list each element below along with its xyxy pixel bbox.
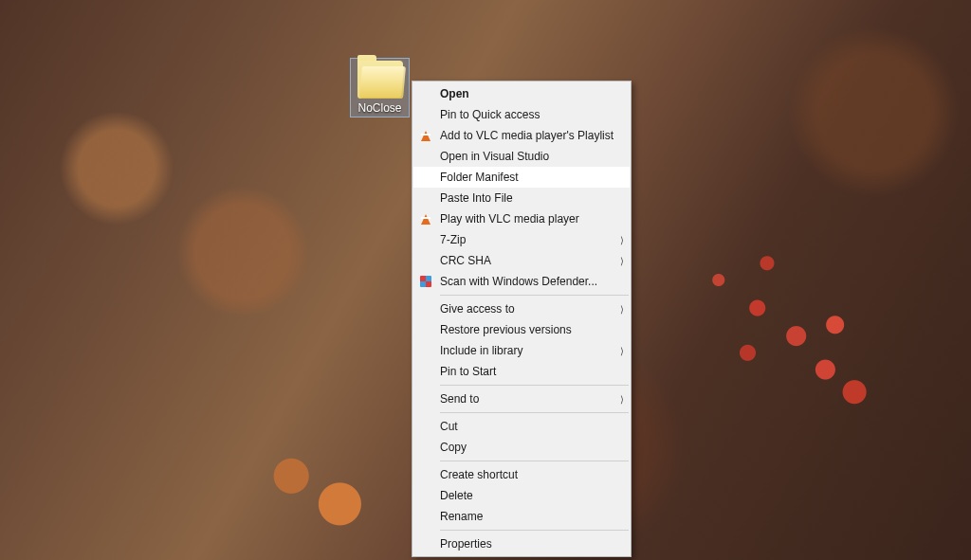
menu-item-scan-with-windows-defender[interactable]: Scan with Windows Defender... <box>413 271 630 292</box>
menu-item-7-zip[interactable]: 7-Zip⟩ <box>413 229 630 250</box>
menu-item-copy[interactable]: Copy <box>413 437 630 458</box>
menu-item-include-in-library[interactable]: Include in library⟩ <box>413 340 630 361</box>
folder-icon <box>357 61 403 99</box>
menu-item-label: Create shortcut <box>440 468 518 481</box>
menu-separator <box>440 295 629 296</box>
chevron-right-icon: ⟩ <box>620 256 624 266</box>
menu-item-open-in-visual-studio[interactable]: Open in Visual Studio <box>413 146 630 167</box>
desktop-icon-label: NoClose <box>352 100 408 116</box>
menu-separator <box>440 461 629 461</box>
menu-item-give-access-to[interactable]: Give access to⟩ <box>413 298 630 319</box>
menu-item-pin-to-quick-access[interactable]: Pin to Quick access <box>413 104 630 125</box>
menu-item-add-to-vlc-media-player-s-playlist[interactable]: Add to VLC media player's Playlist <box>413 125 630 146</box>
defender-shield-icon <box>418 274 433 289</box>
menu-separator <box>440 385 629 386</box>
menu-item-cut[interactable]: Cut <box>413 416 630 437</box>
menu-item-label: CRC SHA <box>440 254 491 267</box>
menu-item-label: Pin to Quick access <box>440 108 540 121</box>
menu-item-label: 7-Zip <box>440 233 466 246</box>
chevron-right-icon: ⟩ <box>620 394 624 405</box>
menu-item-label: Open in Visual Studio <box>440 150 549 163</box>
menu-item-paste-into-file[interactable]: Paste Into File <box>413 188 630 208</box>
menu-separator <box>440 412 629 413</box>
menu-item-label: Include in library <box>440 344 522 357</box>
menu-item-label: Pin to Start <box>440 365 496 378</box>
menu-item-label: Delete <box>440 489 473 502</box>
chevron-right-icon: ⟩ <box>620 346 624 356</box>
menu-item-label: Copy <box>440 441 467 454</box>
chevron-right-icon: ⟩ <box>620 235 624 245</box>
menu-item-label: Send to <box>440 392 479 406</box>
chevron-right-icon: ⟩ <box>620 304 624 315</box>
vlc-cone-icon <box>418 211 433 226</box>
menu-separator <box>440 530 629 531</box>
menu-item-label: Play with VLC media player <box>440 212 579 226</box>
menu-item-folder-manifest[interactable]: Folder Manifest <box>413 167 630 188</box>
menu-item-restore-previous-versions[interactable]: Restore previous versions <box>413 319 630 340</box>
menu-item-label: Add to VLC media player's Playlist <box>440 129 614 142</box>
menu-item-label: Paste Into File <box>440 191 513 205</box>
menu-item-delete[interactable]: Delete <box>413 485 630 506</box>
menu-item-open[interactable]: Open <box>413 83 630 104</box>
menu-item-label: Scan with Windows Defender... <box>440 275 597 288</box>
menu-item-label: Restore previous versions <box>440 323 572 336</box>
menu-item-label: Folder Manifest <box>440 171 519 184</box>
menu-item-create-shortcut[interactable]: Create shortcut <box>413 464 630 485</box>
menu-item-label: Open <box>440 87 469 100</box>
menu-item-label: Rename <box>440 510 483 523</box>
menu-item-label: Cut <box>440 420 458 433</box>
context-menu: OpenPin to Quick accessAdd to VLC media … <box>412 81 632 557</box>
menu-item-properties[interactable]: Properties <box>413 533 630 554</box>
menu-item-rename[interactable]: Rename <box>413 506 630 527</box>
menu-item-label: Give access to <box>440 302 515 316</box>
menu-item-label: Properties <box>440 537 492 551</box>
desktop-icon-folder[interactable]: NoClose <box>350 58 410 117</box>
menu-item-pin-to-start[interactable]: Pin to Start <box>413 361 630 382</box>
vlc-cone-icon <box>418 128 433 143</box>
menu-item-crc-sha[interactable]: CRC SHA⟩ <box>413 250 630 271</box>
menu-item-send-to[interactable]: Send to⟩ <box>413 388 630 409</box>
menu-item-play-with-vlc-media-player[interactable]: Play with VLC media player <box>413 208 630 229</box>
